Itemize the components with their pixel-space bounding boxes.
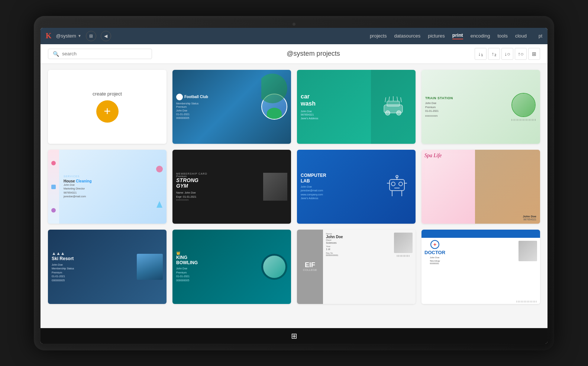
- search-box: 🔍: [48, 49, 152, 59]
- sort-date-desc-btn[interactable]: ↑○: [515, 48, 527, 60]
- project-card-housecleaning[interactable]: SERVICES House Cleaning John DoeMarketin…: [48, 150, 167, 224]
- svg-line-8: [401, 97, 401, 102]
- nav-encoding[interactable]: encoding: [471, 33, 490, 39]
- windows-logo: ⊞: [291, 331, 297, 340]
- top-bar: 🔍 @system projects ↓₁ ↑₂ ↓○ ↑○ ⊞: [41, 44, 547, 64]
- svg-point-3: [397, 111, 401, 115]
- navbar: K @system ▼ ⊞ ◀ projects datasources pic…: [41, 28, 547, 44]
- projects-area: create project + Football Club: [41, 64, 547, 328]
- svg-line-7: [397, 97, 398, 101]
- sort-date-asc-btn[interactable]: ↓○: [501, 48, 513, 60]
- screen: K @system ▼ ⊞ ◀ projects datasources pic…: [41, 28, 547, 344]
- navbar-right: pt: [539, 33, 542, 39]
- create-plus-icon: +: [96, 100, 119, 123]
- grid-icon-btn[interactable]: ⊞: [86, 31, 96, 41]
- project-card-gym[interactable]: MEMBERSHIP CARD Premium STRONGGYM Name: …: [172, 150, 291, 224]
- project-card-spa[interactable]: Spa Life John Doe 987654321: [421, 150, 540, 224]
- create-label: create project: [93, 91, 122, 97]
- project-card-bowling[interactable]: 👑 KINGBOWLING John DoePremium01-01-20210…: [172, 230, 291, 304]
- create-project-card[interactable]: create project +: [48, 70, 167, 144]
- system-label: @system: [56, 33, 76, 39]
- win-taskbar: ⊞: [41, 328, 547, 344]
- svg-rect-1: [387, 101, 400, 106]
- sort-za-btn[interactable]: ↑₂: [488, 48, 500, 60]
- page-title: @system projects: [152, 50, 475, 58]
- nav-cloud[interactable]: cloud: [515, 33, 527, 39]
- project-card-ski[interactable]: ▲▲▲ Ski Resort John DoeMembership Status…: [48, 230, 167, 304]
- svg-point-10: [391, 182, 395, 186]
- sort-buttons: ↓₁ ↑₂ ↓○ ↑○ ⊞: [475, 48, 540, 60]
- device-frame: K @system ▼ ⊞ ◀ projects datasources pic…: [34, 16, 554, 350]
- app-logo: K: [46, 32, 52, 40]
- svg-line-5: [389, 97, 390, 101]
- projects-grid: create project + Football Club: [48, 70, 540, 304]
- nav-tools[interactable]: tools: [497, 33, 507, 39]
- svg-line-4: [385, 97, 386, 102]
- content-area: 🔍 @system projects ↓₁ ↑₂ ↓○ ↑○ ⊞ crea: [41, 44, 547, 328]
- nav-projects[interactable]: projects: [370, 33, 387, 39]
- main-nav: projects datasources pictures print enco…: [370, 32, 527, 39]
- project-card-eif[interactable]: EIF COLLEGE Name John Doe Major Sciences…: [297, 230, 416, 304]
- robot-icon: [384, 174, 410, 200]
- project-card-carwash[interactable]: carwash John Doe987654321Jane's Address: [297, 70, 416, 144]
- search-input[interactable]: [62, 51, 147, 56]
- svg-point-11: [399, 182, 403, 186]
- nav-pictures[interactable]: pictures: [428, 33, 445, 39]
- sort-az-btn[interactable]: ↓₁: [475, 48, 487, 60]
- project-card-complab[interactable]: COMPUTERLAB John Doejanedoe@mail.comwww.…: [297, 150, 416, 224]
- dropdown-arrow: ▼: [78, 34, 81, 38]
- nav-print[interactable]: print: [452, 32, 463, 39]
- svg-point-2: [385, 111, 390, 115]
- back-icon-btn[interactable]: ◀: [101, 31, 111, 41]
- project-card-doctor[interactable]: + DOCTOR John Doe Neurology 000000001: [421, 230, 540, 304]
- project-card-football[interactable]: Football Club Membership StatusPremiumJo…: [172, 70, 291, 144]
- car-wash-icon: [380, 95, 406, 118]
- svg-point-14: [396, 175, 398, 178]
- system-menu[interactable]: @system ▼: [56, 33, 81, 39]
- project-card-train[interactable]: TRAIN STATION John DoePremium01-01-2021 …: [421, 70, 540, 144]
- language-flag: pt: [539, 33, 542, 39]
- camera-dot: [293, 23, 295, 26]
- nav-datasources[interactable]: datasources: [394, 33, 420, 39]
- search-icon: 🔍: [53, 51, 59, 57]
- view-toggle-btn[interactable]: ⊞: [528, 48, 540, 60]
